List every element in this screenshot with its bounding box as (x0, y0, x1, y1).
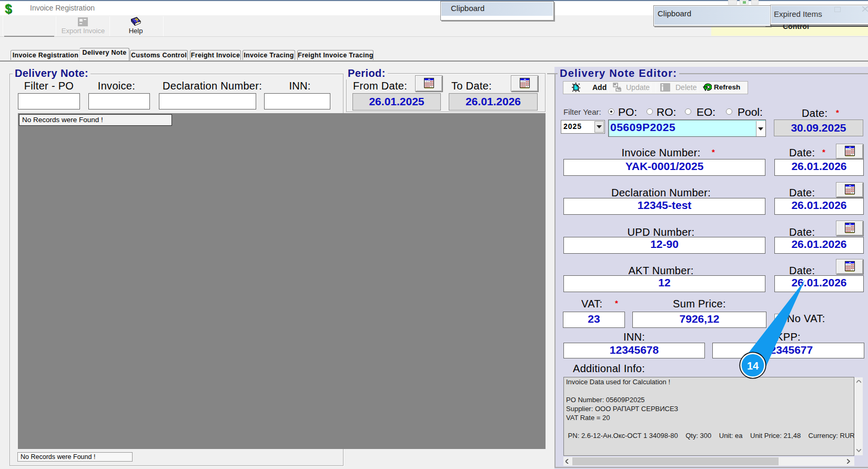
svg-text:14: 14 (747, 360, 759, 372)
